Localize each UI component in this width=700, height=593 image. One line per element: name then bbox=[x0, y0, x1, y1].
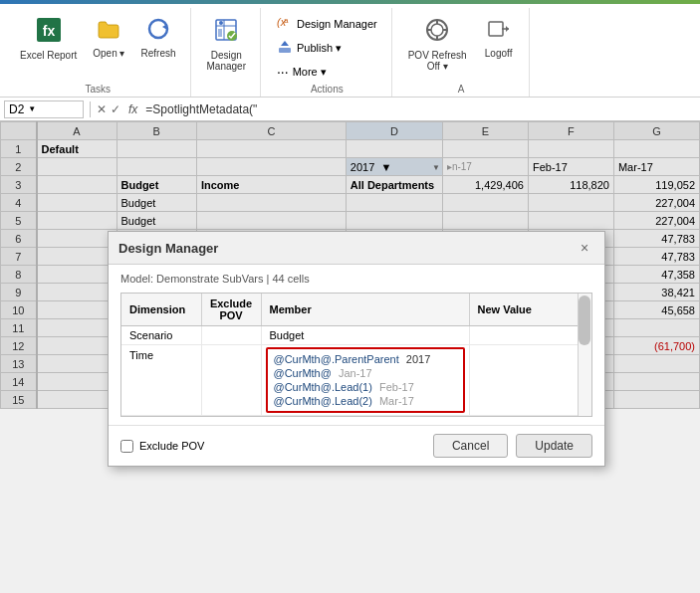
dialog-footer-left: Exclude POV bbox=[120, 440, 204, 453]
sub-vars-label: Design Manager bbox=[297, 18, 377, 30]
svg-text:a: a bbox=[284, 16, 289, 25]
actions-small-buttons: (x a Design Manager bbox=[271, 12, 383, 82]
cell-ref-arrow: ▼ bbox=[28, 104, 36, 113]
time-dimension: Time bbox=[121, 345, 201, 416]
svg-point-7 bbox=[219, 21, 223, 25]
formula-input[interactable]: =SpotlightMetadata(" bbox=[145, 102, 696, 116]
exclude-pov-checkbox-label[interactable]: Exclude POV bbox=[120, 440, 204, 453]
update-button[interactable]: Update bbox=[516, 434, 592, 458]
refresh-button[interactable]: Refresh bbox=[135, 12, 182, 63]
model-label: Model: bbox=[120, 273, 153, 285]
pov-group-label: A bbox=[458, 84, 465, 95]
publish-icon bbox=[277, 39, 293, 58]
publish-label: Publish ▾ bbox=[297, 42, 342, 55]
open-button[interactable]: Open ▾ bbox=[87, 12, 130, 63]
actions-group-label: Actions bbox=[271, 84, 383, 95]
ribbon-group-tasks: fx Excel Report Open ▾ bbox=[6, 8, 191, 97]
exclude-pov-checkbox[interactable] bbox=[120, 440, 133, 453]
dialog-model-info: Model: Demonstrate SubVars | 44 cells bbox=[120, 273, 592, 285]
subvar-formula-2: @CurMth@ bbox=[274, 367, 332, 379]
col-header-member: Member bbox=[261, 294, 469, 326]
dialog-close-button[interactable]: × bbox=[575, 238, 594, 258]
formula-bar-sep bbox=[90, 101, 91, 117]
dialog-table: Dimension ExcludePOV Member New Value Sc… bbox=[121, 294, 591, 416]
more-label: More ▾ bbox=[293, 66, 327, 79]
dialog-title: Design Manager bbox=[118, 241, 218, 256]
design-manager-label: DesignManager bbox=[207, 50, 246, 72]
subvar-formula-3: @CurMth@.Lead(1) bbox=[274, 381, 372, 393]
col-header-dimension: Dimension bbox=[121, 294, 201, 326]
pov-refresh-icon bbox=[423, 16, 451, 48]
ribbon: fx Excel Report Open ▾ bbox=[0, 0, 700, 98]
dialog-scrollbar-thumb[interactable] bbox=[579, 296, 590, 345]
open-label: Open ▾ bbox=[93, 48, 124, 59]
formula-confirm-icon[interactable]: ✓ bbox=[111, 102, 120, 116]
svg-marker-2 bbox=[162, 24, 167, 30]
fx-icon: fx bbox=[124, 102, 141, 116]
ribbon-group-tasks-inner: fx Excel Report Open ▾ bbox=[14, 12, 182, 82]
logoff-label: Logoff bbox=[485, 48, 513, 59]
refresh-icon bbox=[145, 16, 171, 46]
ribbon-body: fx Excel Report Open ▾ bbox=[0, 4, 700, 98]
ribbon-row: fx Excel Report Open ▾ bbox=[0, 8, 700, 97]
design-manager-icon bbox=[212, 16, 240, 48]
time-subvar-row-1: @CurMth@.ParentParent 2017 bbox=[274, 353, 457, 365]
time-member-cell: @CurMth@.ParentParent 2017 @CurMth@ Jan-… bbox=[261, 345, 469, 416]
sub-vars-button[interactable]: (x a Design Manager bbox=[271, 12, 383, 35]
publish-button[interactable]: Publish ▾ bbox=[271, 37, 383, 60]
scenario-member[interactable]: Budget bbox=[261, 326, 469, 345]
col-header-new-value: New Value bbox=[469, 294, 591, 326]
col-header-exclude-pov: ExcludePOV bbox=[201, 294, 261, 326]
folder-icon bbox=[96, 16, 121, 46]
svg-marker-12 bbox=[281, 41, 289, 46]
subvar-value-1: 2017 bbox=[406, 353, 430, 365]
time-subvar-row-3: @CurMth@.Lead(1) Feb-17 bbox=[274, 381, 457, 393]
formula-bar: D2 ▼ ✕ ✓ fx =SpotlightMetadata(" bbox=[0, 98, 700, 121]
excel-report-label: Excel Report bbox=[20, 50, 77, 61]
refresh-label: Refresh bbox=[141, 48, 176, 59]
svg-rect-18 bbox=[489, 22, 503, 36]
dialog-title-bar: Design Manager × bbox=[109, 232, 604, 265]
logoff-icon bbox=[486, 16, 512, 46]
pov-refresh-label: POV RefreshOff ▾ bbox=[408, 50, 467, 72]
svg-rect-8 bbox=[218, 29, 222, 37]
dialog-table-container[interactable]: Dimension ExcludePOV Member New Value Sc… bbox=[120, 293, 592, 417]
ribbon-group-design-inner: DesignManager bbox=[201, 12, 252, 93]
svg-rect-11 bbox=[279, 48, 291, 53]
ribbon-group-design: DesignManager bbox=[193, 8, 261, 97]
formula-cancel-icon[interactable]: ✕ bbox=[97, 102, 107, 116]
logoff-button[interactable]: Logoff bbox=[477, 12, 521, 63]
design-manager-dialog: Design Manager × Model: Demonstrate SubV… bbox=[108, 231, 605, 467]
subvar-formula-4: @CurMth@.Lead(2) bbox=[274, 395, 372, 407]
pov-refresh-button[interactable]: POV RefreshOff ▾ bbox=[402, 12, 473, 76]
ribbon-group-actions: (x a Design Manager bbox=[263, 8, 392, 97]
subvar-value-2: Jan-17 bbox=[339, 367, 372, 379]
dialog-row-scenario: Scenario Budget bbox=[121, 326, 591, 345]
time-subvar-row-4: @CurMth@.Lead(2) Mar-17 bbox=[274, 395, 457, 407]
time-new-value[interactable] bbox=[469, 345, 591, 416]
time-subvar-row-2: @CurMth@ Jan-17 bbox=[274, 367, 457, 379]
svg-marker-20 bbox=[506, 26, 509, 32]
excel-report-button[interactable]: fx Excel Report bbox=[14, 12, 83, 65]
scenario-exclude-pov bbox=[201, 326, 261, 345]
subvar-value-4: Mar-17 bbox=[379, 395, 414, 407]
more-button[interactable]: ··· More ▾ bbox=[271, 62, 383, 82]
scenario-new-value[interactable] bbox=[469, 326, 591, 345]
dialog-footer-right: Cancel Update bbox=[433, 434, 592, 458]
ribbon-group-pov-inner: POV RefreshOff ▾ Logoff bbox=[402, 12, 521, 82]
cancel-button[interactable]: Cancel bbox=[433, 434, 508, 458]
design-manager-button[interactable]: DesignManager bbox=[201, 12, 252, 76]
model-value: Demonstrate SubVars | 44 cells bbox=[156, 273, 310, 285]
time-exclude-pov bbox=[201, 345, 261, 416]
excel-icon: fx bbox=[35, 16, 63, 48]
cell-ref-box[interactable]: D2 ▼ bbox=[4, 100, 84, 118]
dialog-scrollbar-track[interactable] bbox=[578, 294, 591, 416]
more-icon: ··· bbox=[277, 64, 289, 80]
dialog-body: Model: Demonstrate SubVars | 44 cells Di… bbox=[109, 265, 604, 425]
exclude-pov-label: Exclude POV bbox=[139, 440, 204, 452]
dialog-table-header-row: Dimension ExcludePOV Member New Value bbox=[121, 294, 591, 326]
sub-vars-icon: (x a bbox=[277, 14, 293, 33]
ribbon-group-pov: POV RefreshOff ▾ Logoff A bbox=[394, 8, 530, 97]
tasks-group-label: Tasks bbox=[85, 84, 111, 95]
cell-ref-value: D2 bbox=[9, 102, 24, 116]
